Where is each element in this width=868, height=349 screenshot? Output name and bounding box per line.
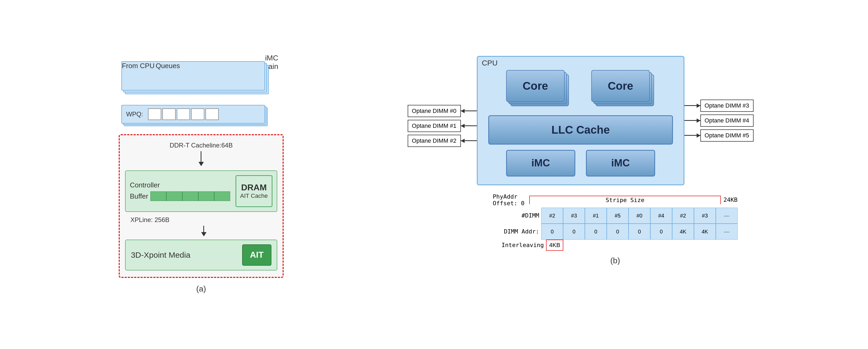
dimm-addr-label: DIMM Addr:: [493, 224, 541, 240]
ait-label: AIT: [250, 250, 264, 260]
core-text-1: Core: [523, 80, 548, 92]
dimm-label-0: Optane DIMM #0: [408, 105, 461, 117]
core-card-2-front: Core: [591, 70, 650, 102]
dimm-addr-row: DIMM Addr: 0 0 0 0 0 0 4K 4K ····: [493, 224, 738, 240]
wpq-section: WPQ:: [121, 105, 270, 129]
ait-box: AIT: [242, 244, 271, 266]
buf-cell-5: [214, 192, 230, 201]
left-dimms-col: Optane DIMM #0 Optane DIMM #1 Optane DIM…: [408, 94, 477, 147]
arrow-2: [461, 140, 477, 141]
arrow-down: [198, 151, 204, 166]
imc-row: iMC iMC: [488, 150, 673, 176]
interleaving-label: Interleaving: [493, 242, 546, 249]
dimm-cell-4: #0: [628, 208, 650, 224]
cores-row: Core Core: [488, 70, 673, 110]
dimm-header-label: #DIMM: [493, 208, 541, 224]
dimm-row-r2: Optane DIMM #5: [684, 129, 753, 142]
wpq-cell-2: [162, 108, 176, 120]
interleaving-value: 4KB: [546, 240, 564, 251]
controller-section: Controller Buffer DRAM AIT: [125, 170, 277, 212]
xpoint-label: 3D-Xpoint Media: [131, 251, 237, 260]
addr-cell-6: 4K: [672, 224, 694, 240]
from-cpu-label: From CPU: [122, 62, 155, 70]
dimm-row-0: Optane DIMM #0: [408, 105, 477, 117]
dimm-cell-6: #2: [672, 208, 694, 224]
wpq-cell-5: [206, 108, 219, 120]
phyaddr-label: PhyAddr Offset: 0: [493, 193, 529, 207]
xpline-arrow: [201, 226, 207, 236]
cpu-box: CPU Core: [477, 56, 684, 185]
stripe-size-bracket: Stripe Size: [529, 196, 721, 204]
dimm-row-r1: Optane DIMM #4: [684, 114, 753, 127]
llc-box: LLC Cache: [488, 115, 673, 145]
caption-a: (a): [196, 284, 206, 293]
wpq-cell-4: [191, 108, 204, 120]
addr-cell-3: 0: [607, 224, 628, 240]
cpu-inner: Core Core: [488, 70, 673, 176]
dimm-label-r1: Optane DIMM #4: [700, 114, 753, 127]
dram-title: DRAM: [241, 183, 267, 193]
controller-label: Controller: [130, 181, 230, 189]
dimm-dots: ····: [716, 208, 738, 224]
stripe-size-end: 24KB: [723, 197, 738, 203]
buf-cell-1: [150, 192, 166, 201]
queues-label: Queues: [156, 62, 180, 70]
cpu-label: CPU: [482, 59, 498, 67]
dimm-cell-3: #5: [607, 208, 628, 224]
wpq-card-front: WPQ:: [121, 105, 265, 123]
addr-cell-2: 0: [585, 224, 607, 240]
addr-cell-4: 0: [628, 224, 650, 240]
dimm-cell-2: #1: [585, 208, 607, 224]
arrow-1: [461, 125, 477, 126]
caption-b: (b): [610, 256, 620, 265]
imc-text-1: iMC: [531, 157, 550, 169]
dimm-cell-5: #4: [650, 208, 672, 224]
arrow-r0: [684, 105, 700, 106]
queue-card-front: From CPU Queues: [121, 61, 265, 90]
dimm-row-r0: Optane DIMM #3: [684, 99, 753, 112]
interleaving-row: Interleaving 4KB: [493, 240, 738, 251]
queues-stack: From CPU Queues: [121, 61, 270, 98]
core-text-2: Core: [608, 80, 633, 92]
dimm-row-1: Optane DIMM #1: [408, 120, 477, 132]
addr-cell-5: 0: [650, 224, 672, 240]
dimm-cell-1: #3: [563, 208, 585, 224]
buffer-label: Buffer: [130, 192, 148, 200]
controller-left: Controller Buffer: [130, 181, 230, 201]
dimm-cell-7: #3: [694, 208, 716, 224]
buf-cell-2: [166, 192, 182, 201]
imc-text-2: iMC: [611, 157, 630, 169]
ddr-label: DDR-T Cacheline:64B: [169, 142, 232, 149]
dimm-label-2: Optane DIMM #2: [408, 135, 461, 147]
wpq-cell-1: [148, 108, 161, 120]
addr-cell-0: 0: [541, 224, 563, 240]
data-table: #DIMM #2 #3 #1 #5 #0 #4 #2 #3 ····: [493, 208, 738, 251]
buf-cell-4: [198, 192, 214, 201]
addr-dots: ····: [716, 224, 738, 240]
addr-cell-7: 4K: [694, 224, 716, 240]
addr-cell-1: 0: [563, 224, 585, 240]
diagram-a: iMC ADR Domain From CPU Queues WPQ:: [16, 56, 386, 293]
dimm-label-1: Optane DIMM #1: [408, 120, 461, 132]
imc-box-2: iMC: [586, 150, 655, 176]
phyaddr-section: PhyAddr Offset: 0 Stripe Size 24KB #DI: [493, 193, 738, 251]
core-stack-2: Core: [591, 70, 655, 110]
xpoint-section: 3D-Xpoint Media AIT: [125, 240, 277, 270]
xpline-label: XPLine: 256B: [130, 216, 169, 224]
stripe-size-label: Stripe Size: [606, 197, 645, 203]
dimm-cell-0: #2: [541, 208, 563, 224]
wpq-label: WPQ:: [126, 111, 143, 118]
core-card-1-front: Core: [506, 70, 565, 102]
full-diagram-b: Optane DIMM #0 Optane DIMM #1 Optane DIM…: [408, 56, 753, 265]
arrow-r1: [684, 120, 700, 121]
buf-cell-3: [182, 192, 198, 201]
main-container: iMC ADR Domain From CPU Queues WPQ:: [0, 45, 868, 304]
dimm-row-2: Optane DIMM #2: [408, 135, 477, 147]
dimm-row-header: #DIMM #2 #3 #1 #5 #0 #4 #2 #3 ····: [493, 208, 738, 224]
right-dimms-col: Optane DIMM #3 Optane DIMM #4 Optane DIM…: [684, 99, 753, 142]
arrow-0: [461, 111, 477, 111]
dram-box: DRAM AIT Cache: [236, 175, 273, 207]
arrow-r2: [684, 135, 700, 136]
dram-sub: AIT Cache: [240, 193, 268, 199]
wpq-cells: [148, 108, 219, 120]
